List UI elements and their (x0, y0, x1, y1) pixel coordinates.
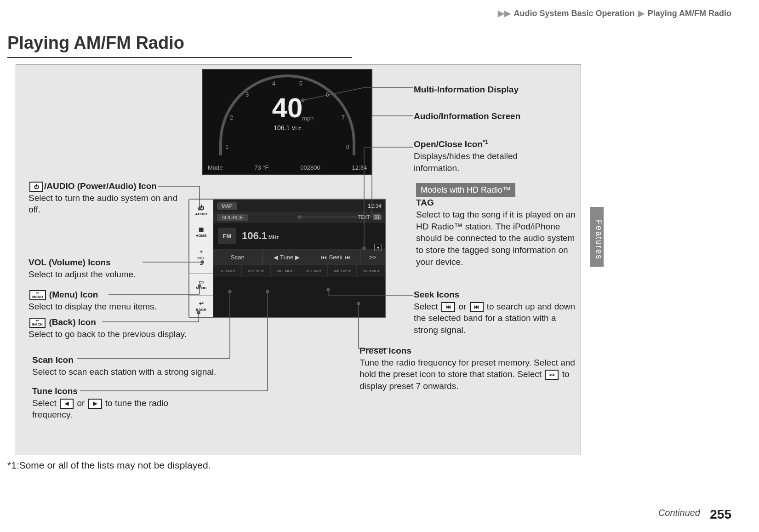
ais-band-row: FM 106.1MHz (213, 223, 385, 249)
hd-radio-badge: Models with HD Radio™ (416, 183, 515, 197)
preset-button[interactable]: 87.9 MHz (213, 265, 242, 277)
map-tab[interactable]: MAP (217, 202, 237, 210)
seek-prev-icon: ⏮ (321, 254, 327, 261)
chapter-tab: Features (590, 207, 604, 267)
home-label: HOME (196, 234, 207, 238)
gauge-tick: 8 (346, 143, 349, 150)
mid-bottom-bar: Mode 73 °F 002800 12:34 (208, 164, 367, 171)
seek-title: Seek Icons (414, 290, 459, 299)
tune-label: Tune (280, 254, 293, 261)
preset-button[interactable]: 98.1 MHz (299, 265, 328, 277)
power-icon: ⏻ (199, 205, 204, 211)
tag-body: Select to tag the song if it is played o… (416, 210, 575, 267)
callout-mid-label: Multi-Information Display (414, 84, 519, 96)
scan-title: Scan Icon (32, 355, 74, 365)
audio-label: AUDIO (195, 212, 207, 216)
seek-buttons[interactable]: ⏮ Seek ⏭ (311, 250, 360, 264)
mid-mode: Mode (208, 164, 223, 171)
minus-icon: − (200, 261, 203, 268)
vol-label: VOL (197, 256, 205, 260)
callout-scan: Scan Icon Select to scan each station wi… (32, 354, 244, 378)
open-close-title: Open/Close Icon (414, 139, 483, 149)
page-title: Playing AM/FM Radio (7, 33, 184, 53)
home-button[interactable]: ▦ HOME (189, 221, 213, 243)
scan-body: Select to scan each station with a stron… (32, 367, 216, 377)
seek-next-icon-inline: ⏭ (470, 302, 484, 312)
back-body: Select to go back to the previous displa… (29, 329, 187, 339)
power-icon-inline: ⏻ (29, 182, 43, 192)
grid-icon: ▦ (199, 226, 204, 233)
tune-buttons[interactable]: ◀ Tune ▶ (263, 250, 312, 264)
tune-title: Tune Icons (32, 386, 78, 396)
menu-title: (Menu) Icon (47, 290, 98, 299)
ais-freq-value: 106.1 (242, 230, 267, 241)
tune-body-b: or (77, 398, 87, 408)
back-button[interactable]: ↩ BACK (189, 296, 213, 317)
breadcrumb-sep2-icon: ▶ (638, 9, 645, 18)
ais-time: 12:34 (368, 203, 382, 209)
title-rule (7, 57, 352, 58)
power-audio-button[interactable]: ⏻ AUDIO (189, 200, 213, 221)
breadcrumb-sep-icon: ▶▶ (498, 9, 511, 18)
tune-prev-icon: ◀ (274, 254, 278, 261)
back-label: BACK (196, 308, 206, 312)
mid-time: 12:34 (352, 164, 367, 171)
power-audio-title: /AUDIO (Power/Audio) Icon (44, 181, 157, 191)
open-close-sup: *1 (483, 138, 489, 145)
menu-body: Select to display the menu items. (29, 302, 157, 311)
open-close-body: Displays/hides the detailed information. (414, 151, 518, 173)
menu-label: MENU (196, 286, 207, 290)
preset-button[interactable]: 87.9 MHz (242, 265, 270, 277)
volume-buttons[interactable]: + VOL − (189, 243, 213, 274)
gauge-tick: 5 (299, 80, 302, 87)
breadcrumb-b: Playing AM/FM Radio (648, 9, 731, 18)
ais-source-row: SOURCE TEXT 01 (213, 212, 385, 223)
back-icon-inline: ↩BACK (29, 318, 46, 328)
gauge-tick: 1 (225, 143, 228, 150)
seek-label: Seek (329, 254, 342, 261)
seek-next-icon: ⏭ (344, 254, 350, 261)
callout-tag: Models with HD Radio™ TAG Select to tag … (416, 183, 582, 268)
ais-touchscreen: MAP 12:34 SOURCE TEXT 01 FM 106.1MHz ▾ S… (213, 200, 385, 317)
callout-back: ↩BACK (Back) Icon Select to go back to t… (29, 316, 212, 340)
open-close-icon[interactable]: ▾ (374, 244, 382, 251)
speed-value: 40 (203, 92, 371, 124)
callout-tune: Tune Icons Select ◀ or ▶ to tune the rad… (32, 385, 198, 421)
band-badge[interactable]: FM (218, 228, 236, 244)
menu-button[interactable]: ▭ MENU (189, 274, 213, 295)
tag-title: TAG (416, 198, 434, 207)
tune-body-a: Select (32, 398, 59, 408)
callout-volume: VOL (Volume) Icons Select to adjust the … (29, 257, 176, 280)
ais-control-row: Scan ◀ Tune ▶ ⏮ Seek ⏭ >> (213, 249, 385, 265)
source-button[interactable]: SOURCE (217, 214, 248, 221)
breadcrumb-a: Audio System Basic Operation (514, 9, 635, 18)
preset-button[interactable]: 90.1 MHz (271, 265, 299, 277)
back-icon-text: BACK (32, 323, 43, 326)
continued-label: Continued (658, 508, 700, 518)
multi-information-display: 1 2 3 4 5 6 7 8 40 mph 106.1 MHz Mode 73… (202, 69, 372, 175)
ais-freq-unit: MHz (268, 235, 279, 240)
page-number: 255 (710, 507, 731, 522)
callout-preset: Preset Icons Tune the radio frequency fo… (360, 345, 576, 392)
mid-odo: 002800 (300, 164, 320, 171)
mid-freq-value: 106.1 (274, 124, 290, 132)
audio-info-screen: ⏻ AUDIO ▦ HOME + VOL − ▭ MENU ↩ BACK MAP… (188, 199, 386, 318)
preset-button[interactable]: 107.9 MHz (357, 265, 385, 277)
vol-body: Select to adjust the volume. (29, 269, 136, 279)
preset-button[interactable]: 106.1 MHz (328, 265, 356, 277)
tune-next-icon: ▶ (295, 254, 300, 261)
callout-ais-label: Audio/Information Screen (414, 110, 520, 122)
power-audio-body: Select to turn the audio system on and o… (29, 193, 177, 215)
back-icon: ↩ (199, 300, 204, 307)
ais-label: Audio/Information Screen (414, 111, 520, 121)
seek-prev-icon-inline: ⏮ (441, 302, 455, 312)
ais-topbar: MAP 12:34 (213, 200, 385, 212)
plus-icon: + (200, 249, 203, 255)
mid-temp: 73 °F (254, 164, 268, 171)
preset-body-a: Tune the radio frequency for preset memo… (360, 358, 575, 379)
preset-more-button[interactable]: >> (360, 250, 385, 264)
scan-button[interactable]: Scan (213, 250, 263, 264)
preset-row: 87.9 MHz 87.9 MHz 90.1 MHz 98.1 MHz 106.… (213, 265, 385, 277)
seek-body-b: or (458, 302, 468, 311)
footnote: *1:Some or all of the lists may not be d… (7, 460, 211, 471)
